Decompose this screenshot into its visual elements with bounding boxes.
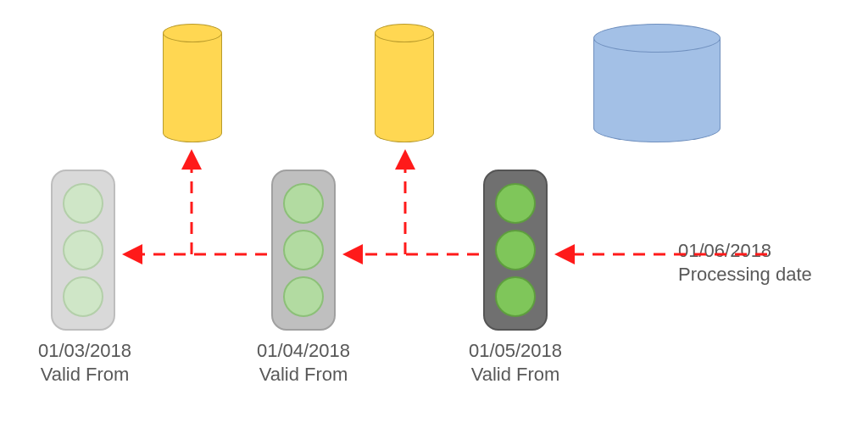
status-light-3-caption: 01/05/2018 Valid From: [431, 339, 600, 386]
status-light-3: [483, 170, 548, 331]
status-light-1: [51, 170, 115, 331]
diagram-canvas: S S T 01/03/2018 Valid From 01/04/2018 V…: [0, 0, 868, 434]
processing-date-caption: 01/06/2018 Processing date: [678, 239, 848, 286]
status-light-dot-icon: [283, 276, 324, 317]
source-db-2: S: [375, 24, 434, 142]
status-light-1-desc: Valid From: [41, 364, 130, 385]
target-db: T: [593, 24, 721, 142]
status-light-dot-icon: [63, 183, 103, 224]
processing-date-desc: Processing date: [678, 264, 812, 285]
status-light-2-desc: Valid From: [259, 364, 348, 385]
cylinder-top-icon: [375, 24, 434, 42]
status-light-3-date: 01/05/2018: [469, 340, 562, 361]
status-light-dot-icon: [495, 276, 536, 317]
status-light-1-caption: 01/03/2018 Valid From: [0, 339, 170, 386]
cylinder-top-icon: [163, 24, 222, 42]
status-light-dot-icon: [63, 276, 103, 317]
processing-date-value: 01/06/2018: [678, 240, 771, 261]
cylinder-body-icon: [163, 33, 222, 133]
cylinder-body-icon: [375, 33, 434, 133]
cylinder-top-icon: [593, 24, 721, 53]
status-light-dot-icon: [283, 183, 324, 224]
status-light-dot-icon: [495, 183, 536, 224]
status-light-dot-icon: [495, 230, 536, 270]
status-light-dot-icon: [63, 230, 103, 270]
status-light-2-caption: 01/04/2018 Valid From: [219, 339, 388, 386]
status-light-2-date: 01/04/2018: [257, 340, 350, 361]
source-db-1: S: [163, 24, 222, 142]
status-light-3-desc: Valid From: [471, 364, 560, 385]
status-light-2: [271, 170, 336, 331]
status-light-1-date: 01/03/2018: [38, 340, 131, 361]
status-light-dot-icon: [283, 230, 324, 270]
